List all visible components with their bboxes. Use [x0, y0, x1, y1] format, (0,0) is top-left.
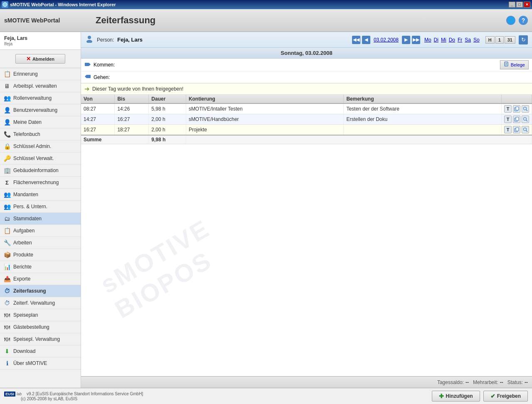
sidebar-item-rollenverwaltung[interactable]: 👥 Rollenverwaltung	[0, 92, 81, 104]
table-row: 14:27 16:27 2,00 h sMOTIVE/Handbücher Er…	[81, 114, 532, 125]
sidebar-label: Aufgaben	[13, 228, 34, 234]
cell-von: 16:27	[81, 125, 115, 135]
view-1-button[interactable]: 1	[495, 36, 504, 44]
summe-label: Summe	[81, 135, 149, 144]
sidebar-item-stammdaten[interactable]: 🗂 Stammdaten	[0, 213, 81, 225]
pers-untern-icon: 👥	[3, 203, 11, 210]
add-button[interactable]: ✚ Hinzufügen	[432, 391, 480, 402]
nav-last-button[interactable]: ▶▶	[412, 36, 420, 44]
edit-button-0[interactable]: T	[504, 105, 512, 113]
day-do[interactable]: Do	[448, 37, 456, 43]
gebaude-icon: 🏢	[3, 167, 11, 174]
footer-company-info: EUSI lab v9.2 [EuSIS Europäische Standor…	[4, 392, 143, 401]
svg-rect-3	[85, 63, 89, 66]
zoom-button-2[interactable]	[522, 126, 529, 133]
sidebar-item-gaestebestellung[interactable]: 🍽 Gästebestellung	[0, 321, 81, 333]
edit-button-1[interactable]: T	[504, 116, 512, 123]
sidebar-item-flaechen[interactable]: Σ Flächenverrechnung	[0, 177, 81, 189]
copy-button-2[interactable]	[513, 126, 520, 133]
close-button[interactable]: ✕	[524, 2, 530, 7]
copy-button-1[interactable]	[513, 116, 520, 123]
sidebar-item-gebaude[interactable]: 🏢 Gebäudeinformation	[0, 165, 81, 177]
sidebar-item-exporte[interactable]: 📤 Exporte	[0, 273, 81, 285]
zeiterf-verwaltung-icon: ⏱	[3, 299, 11, 307]
sidebar-label: Gästebestellung	[13, 324, 49, 330]
speiseplan-icon: 🍽	[3, 311, 11, 319]
sidebar-label: Zeiterfassung	[13, 288, 46, 294]
view-h-button[interactable]: H	[485, 36, 495, 44]
sidebar-item-arbeitspl-verwalten[interactable]: 🖥 Arbeitspl. verwalten	[0, 80, 81, 92]
sidebar-item-benutzerverwaltung[interactable]: 👤 Benutzerverwaltung	[0, 104, 81, 116]
sidebar-item-arbeiten[interactable]: 🔧 Arbeiten	[0, 237, 81, 249]
time-table: Von Bis Dauer Kontierung Bemerkung 08:27…	[81, 95, 532, 144]
svg-point-1	[88, 36, 91, 39]
view-31-button[interactable]: 31	[505, 36, 515, 44]
day-sa[interactable]: Sa	[464, 37, 472, 43]
sidebar-item-ueber-smotive[interactable]: ℹ Über sMOTIVE	[0, 357, 81, 370]
logout-label: Abmelden	[32, 57, 54, 62]
sidebar-item-telefonbuch[interactable]: 📞 Telefonbuch	[0, 128, 81, 140]
person-name: Feja, Lars	[117, 37, 143, 43]
maximize-button[interactable]: □	[516, 2, 523, 7]
day-fr[interactable]: Fr	[457, 37, 463, 43]
help-icon[interactable]: ?	[519, 16, 528, 25]
mehrarbeit-value: --	[500, 379, 503, 385]
svg-line-22	[526, 131, 527, 132]
day-di[interactable]: Di	[433, 37, 439, 43]
sidebar-item-speiseplan[interactable]: 🍽 Speiseplan	[0, 309, 81, 321]
sidebar-item-meine-daten[interactable]: 👤 Meine Daten	[0, 116, 81, 128]
freigabe-icon: ➜	[84, 85, 90, 93]
zoom-button-0[interactable]	[522, 105, 529, 113]
day-mi[interactable]: Mi	[440, 37, 447, 43]
mehrarbeit-label: Mehrarbeit:	[473, 379, 498, 385]
svg-marker-4	[89, 63, 91, 66]
kommen-row: Kommen:	[84, 61, 115, 69]
sidebar-item-aufgaben[interactable]: 📋 Aufgaben	[0, 225, 81, 237]
erinnerung-icon: 📋	[3, 70, 11, 78]
date-display[interactable]: 03.02.2008	[372, 37, 400, 43]
sidebar-item-schluessel-admin[interactable]: 🔒 Schlüssel Admin.	[0, 140, 81, 153]
user-sub: lfeja	[4, 41, 76, 46]
schluessel-admin-icon: 🔒	[3, 143, 11, 150]
sidebar-item-zeiterf-verwaltung[interactable]: ⏱ Zeiterf. Verwaltung	[0, 297, 81, 309]
sidebar-item-pers-untern[interactable]: 👥 Pers. & Untern.	[0, 201, 81, 213]
sidebar-item-berichte[interactable]: 📊 Berichte	[0, 261, 81, 273]
refresh-button[interactable]: ↻	[519, 35, 528, 44]
globe-icon[interactable]: 🌐	[506, 16, 515, 25]
sidebar-item-speisepl-verwaltung[interactable]: 🍽 Speisepl. Verwaltung	[0, 333, 81, 345]
sidebar-scroll: 📋 Erinnerung 🖥 Arbeitspl. verwalten 👥 Ro…	[0, 68, 81, 388]
sidebar-item-schluessel-verwalt[interactable]: 🔑 Schlüssel Verwalt.	[0, 153, 81, 165]
top-bar: sMOTIVE WebPortal Zeiterfassung 🌐 ?	[0, 9, 532, 32]
sidebar-label: Arbeiten	[13, 240, 32, 246]
minimize-button[interactable]: _	[509, 2, 515, 7]
arbeitspl-icon: 🖥	[3, 82, 11, 90]
sidebar-item-download[interactable]: ⬇ Download	[0, 345, 81, 357]
svg-rect-20	[516, 128, 519, 131]
sidebar-label: Download	[13, 348, 35, 354]
copy-button-0[interactable]	[513, 105, 520, 113]
sidebar-item-mandanten[interactable]: 👥 Mandanten	[0, 189, 81, 201]
main-content: Person: Feja, Lars ◀◀ ◀ 03.02.2008 ▶ ▶▶ …	[81, 32, 532, 388]
freigabe-button[interactable]: ✔ Freigeben	[483, 391, 528, 402]
day-mo[interactable]: Mo	[424, 37, 432, 43]
nav-prev-button[interactable]: ◀	[362, 36, 370, 44]
day-so[interactable]: So	[473, 37, 480, 43]
sidebar-item-erinnerung[interactable]: 📋 Erinnerung	[0, 68, 81, 80]
zoom-button-1[interactable]	[522, 116, 529, 123]
time-table-wrap: sMOTIVEBIOPOS Von Bis Dauer Kontierung B…	[81, 95, 532, 376]
edit-button-2[interactable]: T	[504, 126, 512, 133]
svg-rect-12	[516, 107, 519, 110]
berichte-icon: 📊	[3, 263, 11, 271]
sidebar-label: Benutzerverwaltung	[13, 107, 57, 113]
svg-rect-16	[516, 117, 519, 121]
produkte-icon: 📦	[3, 251, 11, 259]
nav-first-button[interactable]: ◀◀	[352, 36, 360, 44]
nav-next-button[interactable]: ▶	[402, 36, 410, 44]
beleg-button[interactable]: Belege	[500, 60, 529, 69]
logout-button[interactable]: ✕ Abmelden	[15, 54, 65, 64]
sidebar-item-produkte[interactable]: 📦 Produkte	[0, 249, 81, 261]
svg-point-21	[524, 128, 527, 131]
logout-x-icon: ✕	[26, 56, 31, 62]
cell-bemerkung	[344, 125, 502, 135]
sidebar-item-zeiterfassung[interactable]: ⏱ Zeiterfassung	[0, 285, 81, 297]
